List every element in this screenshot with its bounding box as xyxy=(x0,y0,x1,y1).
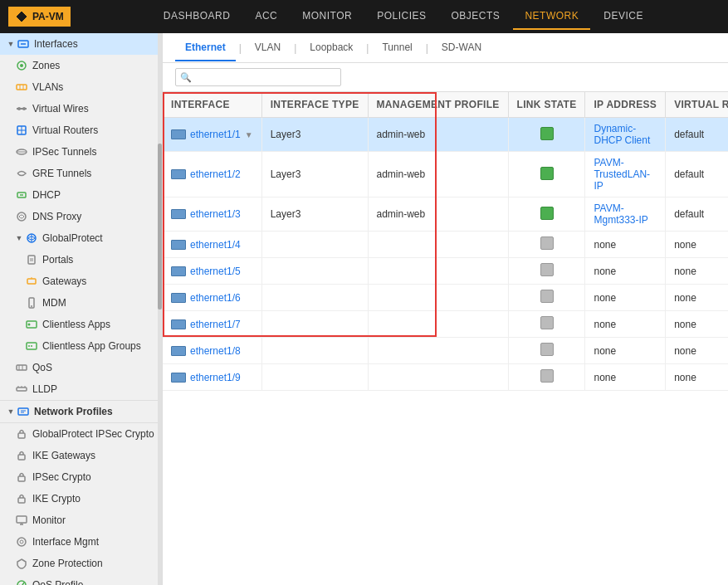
interface-port-icon xyxy=(171,293,186,303)
table-row[interactable]: ethernet1/3 Layer3admin-webPAVM-Mgmt333-… xyxy=(163,197,728,232)
sidebar-item-ipsec-tunnels[interactable]: IPSec Tunnels xyxy=(0,141,158,163)
cell-interface: ethernet1/6 xyxy=(163,285,261,311)
sidebar-item-globalprotect[interactable]: ▼ GlobalProtect xyxy=(0,227,158,249)
interface-link[interactable]: ethernet1/5 xyxy=(171,266,253,277)
interface-link[interactable]: ethernet1/8 xyxy=(171,345,253,357)
interface-link[interactable]: ethernet1/7 xyxy=(171,319,253,330)
table-row[interactable]: ethernet1/5 nonenone xyxy=(163,258,728,285)
sidebar-item-clientless-app-groups[interactable]: Clientless App Groups xyxy=(0,335,158,357)
table-row[interactable]: ethernet1/4 nonenone xyxy=(163,232,728,258)
sidebar-item-zone-protection[interactable]: Zone Protection xyxy=(0,553,158,574)
search-bar: 🔍 xyxy=(163,63,728,92)
cell-ip-address: none xyxy=(585,364,666,391)
sidebar-item-qos[interactable]: QoS xyxy=(0,357,158,378)
dropdown-arrow-icon[interactable]: ▼ xyxy=(245,130,253,139)
table-row[interactable]: ethernet1/9 nonenone xyxy=(163,364,728,391)
tab-tunnel[interactable]: Tunnel xyxy=(372,35,422,61)
interface-link[interactable]: ethernet1/9 xyxy=(171,372,253,383)
cell-interface: ethernet1/4 xyxy=(163,232,261,258)
sidebar-item-network-profiles[interactable]: ▼ Network Profiles xyxy=(0,400,158,423)
tab-ethernet[interactable]: Ethernet xyxy=(175,35,236,61)
table-row[interactable]: ethernet1/7 nonenone xyxy=(163,311,728,338)
interface-link[interactable]: ethernet1/6 xyxy=(171,292,253,304)
tab-loopback[interactable]: Loopback xyxy=(300,35,363,61)
cell-virtual-router: default xyxy=(666,152,728,197)
interface-name: ethernet1/5 xyxy=(190,266,241,277)
sidebar-item-dns-proxy[interactable]: DNS Proxy xyxy=(0,206,158,227)
sidebar-label-portals: Portals xyxy=(42,254,73,266)
cell-type: Layer3 xyxy=(261,118,368,152)
table-row[interactable]: ethernet1/1 ▼ Layer3admin-webDynamic-DHC… xyxy=(163,118,728,152)
sidebar-item-interfaces[interactable]: ▼ Interfaces xyxy=(0,33,158,55)
nav-policies[interactable]: POLICIES xyxy=(365,3,437,30)
tab-sep-4: | xyxy=(424,42,430,54)
tab-vlan[interactable]: VLAN xyxy=(245,35,291,61)
table-row[interactable]: ethernet1/8 nonenone xyxy=(163,338,728,364)
interface-link[interactable]: ethernet1/2 xyxy=(171,168,253,180)
interface-link[interactable]: ethernet1/4 xyxy=(171,239,253,251)
svg-point-32 xyxy=(31,345,32,347)
cell-ip-address: none xyxy=(585,232,666,258)
sidebar-item-portals[interactable]: Portals xyxy=(0,249,158,271)
nav-acc[interactable]: ACC xyxy=(243,3,289,30)
cell-interface: ethernet1/5 xyxy=(163,258,261,285)
sidebar-item-gp-ipsec-crypto[interactable]: GlobalProtect IPSec Crypto xyxy=(0,423,158,445)
clientless-app-groups-icon xyxy=(25,339,38,353)
ip-address-link[interactable]: PAVM-TrustedLAN-IP xyxy=(594,157,650,192)
cell-mgmt xyxy=(368,364,508,391)
ip-address-link[interactable]: Dynamic-DHCP Client xyxy=(594,123,650,146)
col-virtual-router: VIRTUAL ROUTER xyxy=(666,92,728,118)
cell-ip-address: none xyxy=(585,258,666,285)
search-wrapper: 🔍 xyxy=(175,68,341,86)
virtual-routers-icon xyxy=(15,124,28,137)
sidebar-label-gateways: Gateways xyxy=(42,275,86,287)
interface-name: ethernet1/1 xyxy=(190,129,241,140)
nav-monitor[interactable]: MONITOR xyxy=(291,3,364,30)
cell-virtual-router: none xyxy=(666,258,728,285)
table-row[interactable]: ethernet1/6 nonenone xyxy=(163,285,728,311)
sidebar-item-monitor[interactable]: Monitor xyxy=(0,509,158,531)
sidebar-item-zones[interactable]: Zones xyxy=(0,55,158,76)
toggle-globalprotect[interactable]: ▼ xyxy=(15,234,23,242)
col-mgmt-profile: MANAGEMENT PROFILE xyxy=(368,92,508,118)
nav-dashboard[interactable]: DASHBOARD xyxy=(152,3,242,30)
cell-interface: ethernet1/3 xyxy=(163,197,261,232)
sidebar-item-interface-mgmt[interactable]: Interface Mgmt xyxy=(0,531,158,553)
interface-name: ethernet1/6 xyxy=(190,292,241,304)
sidebar-label-dns-proxy: DNS Proxy xyxy=(32,211,81,222)
sidebar-item-vlans[interactable]: VLANs xyxy=(0,76,158,98)
sidebar-label-gp-ipsec-crypto: GlobalProtect IPSec Crypto xyxy=(32,428,154,440)
sidebar-item-virtual-routers[interactable]: Virtual Routers xyxy=(0,119,158,141)
sidebar-item-mdm[interactable]: MDM xyxy=(0,292,158,314)
search-input[interactable] xyxy=(175,68,341,86)
link-state-gray-icon xyxy=(540,343,554,356)
sidebar-item-virtual-wires[interactable]: Virtual Wires xyxy=(0,98,158,119)
interface-link[interactable]: ethernet1/1 ▼ xyxy=(171,129,253,140)
table-row[interactable]: ethernet1/2 Layer3admin-webPAVM-TrustedL… xyxy=(163,152,728,197)
sidebar-item-gre-tunnels[interactable]: GRE Tunnels xyxy=(0,163,158,184)
interface-link[interactable]: ethernet1/3 xyxy=(171,208,253,220)
sidebar-item-lldp[interactable]: LLDP xyxy=(0,378,158,400)
tab-sdwan[interactable]: SD-WAN xyxy=(432,35,491,61)
ip-address-link[interactable]: PAVM-Mgmt333-IP xyxy=(594,202,647,226)
dns-proxy-icon xyxy=(15,210,28,223)
nav-objects[interactable]: OBJECTS xyxy=(440,3,512,30)
sidebar-scrollbar[interactable] xyxy=(158,33,162,585)
link-state-gray-icon xyxy=(540,369,554,383)
toggle-interfaces[interactable]: ▼ xyxy=(7,40,15,48)
interface-port-icon xyxy=(171,373,186,383)
sidebar-item-gateways[interactable]: Gateways xyxy=(0,271,158,292)
sidebar-label-ipsec-crypto: IPSec Crypto xyxy=(32,471,91,483)
sidebar-item-qos-profile[interactable]: QoS Profile xyxy=(0,574,158,585)
nav-network[interactable]: NETWORK xyxy=(513,3,590,30)
top-nav: PA-VM DASHBOARD ACC MONITOR POLICIES OBJ… xyxy=(0,0,728,33)
sidebar-item-ike-crypto[interactable]: IKE Crypto xyxy=(0,488,158,509)
sidebar-item-clientless-apps[interactable]: Clientless Apps xyxy=(0,314,158,335)
lldp-icon xyxy=(15,383,28,396)
nav-device[interactable]: DEVICE xyxy=(592,3,655,30)
cell-link-state xyxy=(508,338,585,364)
toggle-network-profiles[interactable]: ▼ xyxy=(7,407,15,416)
sidebar-item-dhcp[interactable]: DHCP xyxy=(0,184,158,206)
sidebar-item-ipsec-crypto[interactable]: IPSec Crypto xyxy=(0,466,158,488)
sidebar-item-ike-gateways[interactable]: IKE Gateways xyxy=(0,445,158,466)
